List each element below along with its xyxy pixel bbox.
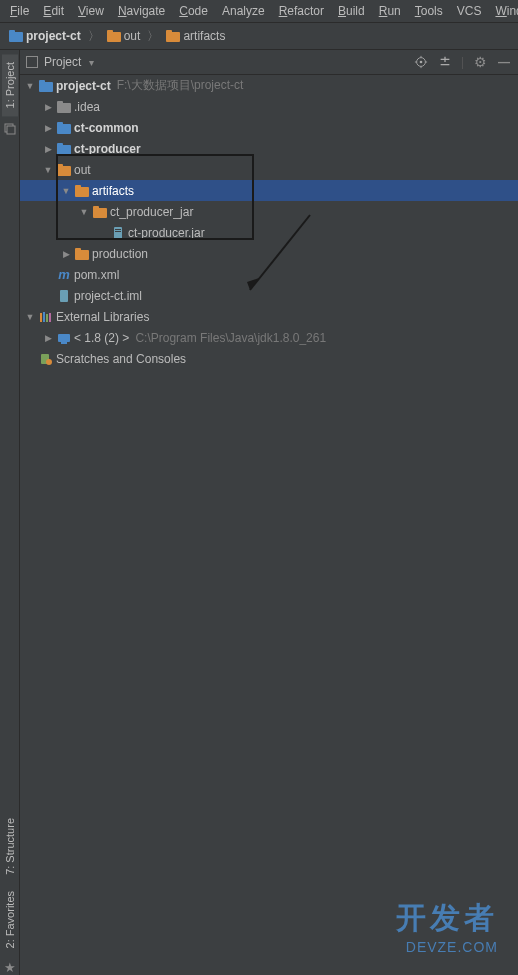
tree-arrow-icon[interactable]: ▶ xyxy=(42,123,54,133)
svg-rect-13 xyxy=(114,227,122,239)
tree-label: ct-common xyxy=(74,121,139,135)
folder-icon xyxy=(107,30,121,42)
chevron-down-icon: ▾ xyxy=(89,57,94,68)
folder-icon xyxy=(75,185,89,197)
svg-rect-19 xyxy=(46,314,48,322)
tree-label: Scratches and Consoles xyxy=(56,352,186,366)
svg-rect-17 xyxy=(40,313,42,322)
maven-icon: m xyxy=(58,267,70,282)
tree-arrow-icon[interactable]: ▼ xyxy=(24,81,36,91)
tree-label: pom.xml xyxy=(74,268,119,282)
svg-rect-18 xyxy=(43,312,45,322)
svg-rect-21 xyxy=(58,334,70,342)
tree-arrow-icon[interactable]: ▶ xyxy=(42,333,54,343)
folder-icon xyxy=(9,30,23,42)
tree-arrow-icon[interactable]: ▶ xyxy=(42,144,54,154)
svg-point-24 xyxy=(46,359,52,365)
tree-node[interactable]: Scratches and Consoles xyxy=(20,348,518,369)
tree-node[interactable]: ▶ct-common xyxy=(20,117,518,138)
tree-arrow-icon[interactable]: ▼ xyxy=(60,186,72,196)
tree-node[interactable]: ▶production xyxy=(20,243,518,264)
tree-label: ct-producer.jar xyxy=(128,226,205,240)
tree-path: F:\大数据项目\project-ct xyxy=(117,77,244,94)
locate-icon[interactable] xyxy=(413,54,429,70)
svg-rect-14 xyxy=(115,229,121,230)
folder-icon xyxy=(57,164,71,176)
menu-edit[interactable]: Edit xyxy=(37,2,70,20)
sidebar-tab-project[interactable]: 1: Project xyxy=(2,54,18,116)
scratch-icon xyxy=(39,352,53,366)
svg-rect-15 xyxy=(115,231,121,232)
breadcrumb-separator: 〉 xyxy=(147,28,159,45)
project-tree: ▼project-ctF:\大数据项目\project-ct▶.idea▶ct-… xyxy=(20,75,518,975)
breadcrumb-item[interactable]: out xyxy=(104,28,144,44)
tree-node[interactable]: ▼artifacts xyxy=(20,180,518,201)
folder-icon xyxy=(166,30,180,42)
folder-icon xyxy=(75,248,89,260)
breadcrumb-item[interactable]: project-ct xyxy=(6,28,84,44)
menu-refactor[interactable]: Refactor xyxy=(273,2,330,20)
tree-node[interactable]: mpom.xml xyxy=(20,264,518,285)
menu-run[interactable]: Run xyxy=(373,2,407,20)
breadcrumb-separator: 〉 xyxy=(88,28,100,45)
tree-node[interactable]: ▶ct-producer xyxy=(20,138,518,159)
tree-node[interactable]: ▼External Libraries xyxy=(20,306,518,327)
menu-file[interactable]: File xyxy=(4,2,35,20)
breadcrumb-item[interactable]: artifacts xyxy=(163,28,228,44)
tree-node[interactable]: ▶< 1.8 (2) >C:\Program Files\Java\jdk1.8… xyxy=(20,327,518,348)
folder-icon xyxy=(57,143,71,155)
sidebar-tab-favorites[interactable]: 2: Favorites xyxy=(2,883,18,956)
jar-icon xyxy=(112,226,124,240)
tree-node[interactable]: ▼project-ctF:\大数据项目\project-ct xyxy=(20,75,518,96)
sidebar-tab-structure[interactable]: 7: Structure xyxy=(2,810,18,883)
svg-rect-22 xyxy=(61,342,67,344)
tree-label: .idea xyxy=(74,100,100,114)
tree-path: C:\Program Files\Java\jdk1.8.0_261 xyxy=(135,331,326,345)
menu-vcs[interactable]: VCS xyxy=(451,2,488,20)
tree-node[interactable]: ▼out xyxy=(20,159,518,180)
folder-icon xyxy=(57,101,71,113)
project-view-icon xyxy=(26,56,38,68)
tree-arrow-icon[interactable]: ▶ xyxy=(60,249,72,259)
menu-navigate[interactable]: Navigate xyxy=(112,2,171,20)
file-icon xyxy=(58,289,70,303)
folder-icon xyxy=(93,206,107,218)
menu-code[interactable]: Code xyxy=(173,2,214,20)
star-icon: ★ xyxy=(4,960,16,975)
project-toolbar: Project ▾ | xyxy=(20,50,518,75)
svg-rect-20 xyxy=(49,313,51,322)
menu-build[interactable]: Build xyxy=(332,2,371,20)
tree-label: out xyxy=(74,163,91,177)
tree-label: ct_producer_jar xyxy=(110,205,193,219)
tree-node[interactable]: project-ct.iml xyxy=(20,285,518,306)
tree-arrow-icon[interactable]: ▼ xyxy=(24,312,36,322)
menu-window[interactable]: Window xyxy=(489,2,518,20)
menu-tools[interactable]: Tools xyxy=(409,2,449,20)
tree-label: project-ct.iml xyxy=(74,289,142,303)
breadcrumb: project-ct〉out〉artifacts xyxy=(0,23,518,50)
tree-label: External Libraries xyxy=(56,310,149,324)
tree-node[interactable]: ct-producer.jar xyxy=(20,222,518,243)
tree-arrow-icon[interactable]: ▼ xyxy=(42,165,54,175)
tree-arrow-icon[interactable]: ▼ xyxy=(78,207,90,217)
sidebar: 1: Project 7: Structure 2: Favorites ★ xyxy=(0,50,20,975)
tree-label: < 1.8 (2) > xyxy=(74,331,129,345)
folder-icon xyxy=(39,80,53,92)
svg-rect-1 xyxy=(7,126,15,134)
collapse-all-icon[interactable] xyxy=(437,54,453,70)
gear-icon[interactable] xyxy=(472,54,488,70)
menu-view[interactable]: View xyxy=(72,2,110,20)
folder-icon xyxy=(57,122,71,134)
svg-point-3 xyxy=(420,61,423,64)
project-dropdown[interactable]: Project xyxy=(42,55,81,69)
menubar: FileEditViewNavigateCodeAnalyzeRefactorB… xyxy=(0,0,518,23)
file-stack-icon xyxy=(3,122,17,139)
menu-analyze[interactable]: Analyze xyxy=(216,2,271,20)
tree-node[interactable]: ▶.idea xyxy=(20,96,518,117)
tree-arrow-icon[interactable]: ▶ xyxy=(42,102,54,112)
libraries-icon xyxy=(39,311,53,323)
minimize-icon[interactable] xyxy=(496,54,512,70)
tree-label: ct-producer xyxy=(74,142,141,156)
tree-label: production xyxy=(92,247,148,261)
tree-node[interactable]: ▼ct_producer_jar xyxy=(20,201,518,222)
